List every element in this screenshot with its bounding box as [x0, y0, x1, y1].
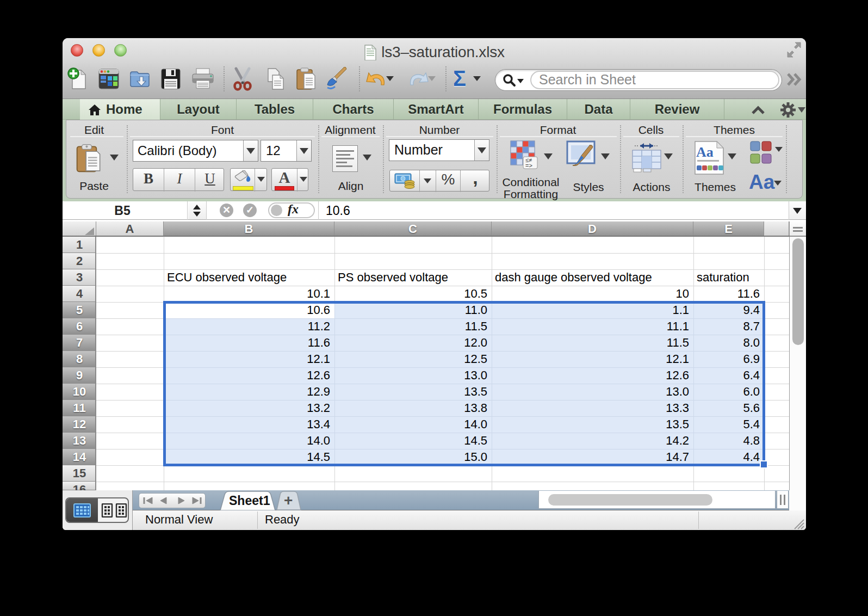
- svg-text:=>: =>: [525, 162, 532, 169]
- svg-text:Aa: Aa: [696, 144, 714, 160]
- svg-text:+: +: [284, 492, 293, 509]
- svg-text:Sheet1: Sheet1: [229, 494, 270, 508]
